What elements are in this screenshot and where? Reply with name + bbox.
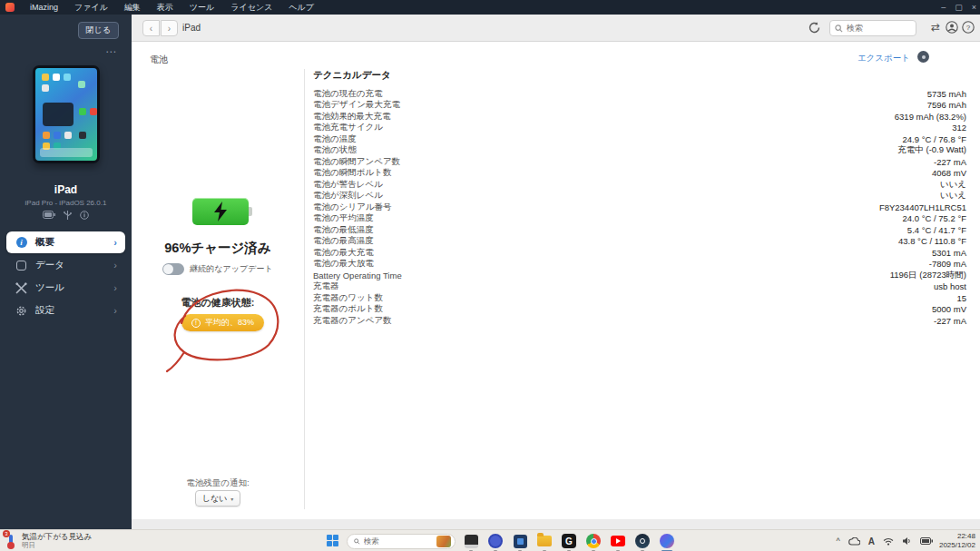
table-row: 電池効果的最大充電6319 mAh (83.2%) <box>313 111 966 123</box>
minimize-button[interactable]: – <box>941 3 946 12</box>
search-highlight-image <box>436 536 451 547</box>
battery-health-badge[interactable]: ! 平均的、83% <box>181 314 264 331</box>
row-value: 5000 mV <box>932 304 966 314</box>
row-value: 24.0 °C / 75.2 °F <box>903 213 966 223</box>
row-label: 電池の最大充電 <box>313 247 374 259</box>
window-footer-strip <box>132 519 980 529</box>
health-badge-text: 平均的、83% <box>205 317 254 329</box>
device-sidebar: 閉じる ⋯ iPad iPad Pro - iPadOS 26.0.1 <box>0 15 132 529</box>
taskbar-search[interactable] <box>347 534 456 549</box>
table-row: 電池の最大充電5301 mA <box>313 247 966 259</box>
sidebar-item-label: データ <box>35 259 64 271</box>
table-row: 充電器のアンペア数-227 mA <box>313 315 966 327</box>
battery-page: 電池 エクスポート 96%チャージ済み 継続的なアップデート 電池の健康状態: … <box>132 42 980 519</box>
row-value: -7809 mA <box>929 259 966 269</box>
forward-button[interactable]: › <box>161 20 178 36</box>
svg-text:?: ? <box>966 24 971 32</box>
menu-help[interactable]: ヘルプ <box>280 0 322 15</box>
sidebar-item-label: ツール <box>35 281 64 294</box>
info-status-icon[interactable] <box>80 211 89 220</box>
table-row: 電池の最低温度5.4 °C / 41.7 °F <box>313 224 966 236</box>
refresh-icon[interactable] <box>808 21 821 34</box>
chevron-right-icon: › <box>113 305 117 316</box>
table-row: 電池の平均温度24.0 °C / 75.2 °F <box>313 213 966 225</box>
gear-icon <box>15 305 27 317</box>
row-label: 電池の状態 <box>313 144 357 156</box>
tray-chevron-up-icon[interactable]: ^ <box>837 536 840 546</box>
clock-date: 2025/12/02 <box>939 541 975 550</box>
back-button[interactable]: ‹ <box>142 20 160 36</box>
table-row: Battery Operating Time1196日 (28723時間) <box>313 270 966 281</box>
battery-notify-label: 電池残量の通知: <box>132 477 304 489</box>
menu-edit[interactable]: 編集 <box>116 0 149 15</box>
taskbar-search-input[interactable] <box>364 536 433 546</box>
onedrive-cloud-icon[interactable] <box>848 537 860 546</box>
continuous-update-toggle[interactable] <box>162 263 184 275</box>
close-window-button[interactable]: × <box>972 3 976 12</box>
row-value: 4068 mV <box>932 168 966 178</box>
battery-health-label: 電池の健康状態: <box>132 296 304 310</box>
battery-notify-dropdown[interactable]: しない ▾ <box>195 490 240 507</box>
account-icon[interactable] <box>946 21 958 34</box>
menu-file[interactable]: ファイル <box>66 0 116 15</box>
technical-table: 電池の現在の充電5735 mAh電池デザイン最大充電7596 mAh電池効果的最… <box>313 88 966 327</box>
sidebar-item-settings[interactable]: 設定 › <box>6 300 125 321</box>
menu-imazing[interactable]: iMazing <box>22 0 66 15</box>
notification-badge: 3 <box>3 530 10 537</box>
menu-tools[interactable]: ツール <box>181 0 222 15</box>
table-row: 電池が深刻レベルいいえ <box>313 191 966 202</box>
menu-view[interactable]: 表示 <box>149 0 181 15</box>
export-menu-icon[interactable] <box>917 51 929 63</box>
ime-language-indicator[interactable]: A <box>868 536 875 546</box>
row-label: 電池デザイン最大充電 <box>313 99 400 111</box>
battery-tray-icon[interactable] <box>920 537 933 545</box>
taskbar-imazing-icon[interactable] <box>659 533 675 549</box>
row-label: 電池の瞬間アンペア数 <box>313 156 400 168</box>
row-value: 24.9 °C / 76.8 °F <box>903 134 966 144</box>
table-row: 電池の瞬間ボルト数4068 mV <box>313 168 966 180</box>
row-value: 43.8 °C / 110.8 °F <box>898 236 966 246</box>
technical-data-title: テクニカルデータ <box>313 69 966 82</box>
close-device-button[interactable]: 閉じる <box>78 22 119 39</box>
wifi-icon[interactable] <box>883 537 894 546</box>
row-value: F8Y234407LH1LRC51 <box>879 202 966 212</box>
help-icon[interactable]: ? <box>962 21 975 34</box>
row-value: 5.4 °C / 41.7 °F <box>907 225 966 235</box>
windows-taskbar: 3 気温が下がる見込み 明日 G <box>0 529 980 551</box>
taskbar-weather-widget[interactable]: 3 気温が下がる見込み 明日 <box>5 532 92 549</box>
usb-connection-icon <box>64 211 72 220</box>
export-link[interactable]: エクスポート <box>858 53 910 64</box>
data-square-icon <box>15 260 27 271</box>
sidebar-item-label: 概要 <box>35 236 54 249</box>
taskbar-chrome-icon[interactable] <box>585 533 602 549</box>
row-label: 電池の最大放電 <box>313 258 374 270</box>
row-value: -227 mA <box>934 316 966 326</box>
transfer-icon[interactable]: ⇄ <box>931 21 940 34</box>
sidebar-item-tools[interactable]: ツール › <box>6 277 125 299</box>
taskbar-file-explorer-icon[interactable] <box>536 533 553 549</box>
taskbar-steam-icon[interactable] <box>634 533 651 549</box>
volume-icon[interactable] <box>902 536 912 546</box>
warning-icon: ! <box>191 319 201 328</box>
search-icon <box>354 537 360 546</box>
table-row: 電池の最高温度43.8 °C / 110.8 °F <box>313 236 966 248</box>
toolbar-search[interactable] <box>829 20 916 36</box>
device-name: iPad <box>0 183 132 196</box>
table-row: 電池の最大放電-7809 mA <box>313 259 966 271</box>
taskbar-app-photos-icon[interactable] <box>463 533 479 549</box>
taskbar-app-blue-circle-icon[interactable] <box>487 533 504 549</box>
maximize-button[interactable]: ▢ <box>955 3 963 12</box>
taskbar-youtube-icon[interactable] <box>610 533 626 549</box>
sidebar-item-overview[interactable]: i 概要 › <box>6 231 125 253</box>
technical-data-panel: テクニカルデータ 電池の現在の充電5735 mAh電池デザイン最大充電7596 … <box>313 69 966 327</box>
row-label: 充電器 <box>313 280 339 292</box>
sidebar-item-data[interactable]: データ › <box>6 254 125 276</box>
start-button[interactable] <box>327 535 339 547</box>
weather-headline: 気温が下がる見込み <box>22 532 92 541</box>
taskbar-github-icon[interactable]: G <box>561 533 577 549</box>
search-input[interactable] <box>847 24 910 33</box>
menu-license[interactable]: ライセンス <box>222 0 280 15</box>
taskbar-app-blue-square-icon[interactable] <box>512 533 528 549</box>
taskbar-clock[interactable]: 22:48 2025/12/02 <box>939 532 975 550</box>
more-options-icon[interactable]: ⋯ <box>105 45 117 58</box>
